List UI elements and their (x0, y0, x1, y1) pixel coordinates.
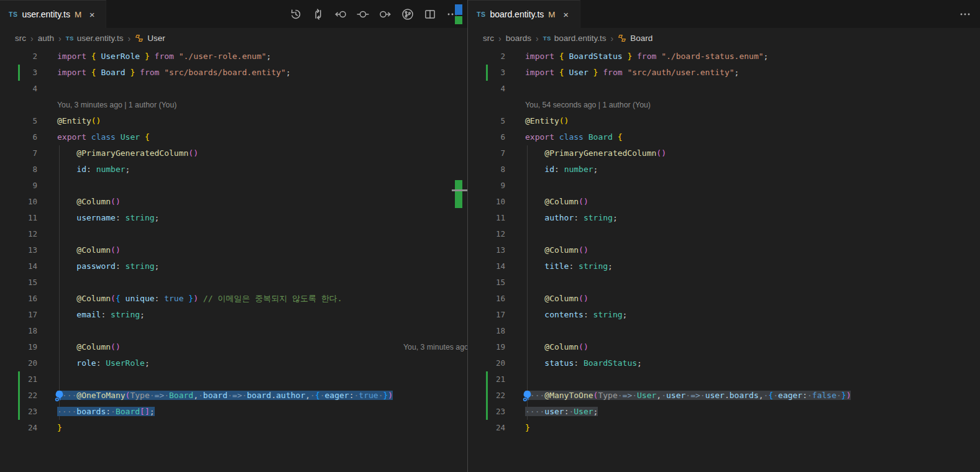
line-number[interactable]: 6 (468, 129, 505, 145)
open-changes-icon[interactable] (356, 7, 369, 20)
code-line[interactable]: @Column() (57, 245, 121, 255)
breadcrumb-item-board-entity-ts[interactable]: TSboard.entity.ts (543, 34, 607, 43)
code-row[interactable]: 10 @Column() (0, 194, 467, 210)
line-number[interactable]: 24 (468, 420, 505, 436)
code-line[interactable]: @Column() (525, 294, 588, 303)
code-row[interactable]: 13 @Column() (468, 242, 980, 258)
code-line[interactable]: @Column({ unique: true }) // 이메일은 중복되지 않… (57, 294, 342, 303)
code-line[interactable]: export class User { (57, 132, 150, 142)
line-number[interactable]: 9 (0, 178, 37, 194)
code-row[interactable]: 19 @Column() (468, 339, 980, 355)
code-row[interactable]: 9 (468, 178, 980, 194)
line-number[interactable]: 14 (468, 258, 505, 275)
code-line[interactable]: @Column() (57, 342, 121, 352)
code-line[interactable]: import { Board } from "src/boards/board.… (57, 68, 291, 77)
line-number[interactable]: 20 (468, 355, 505, 371)
code-line[interactable]: import { UserRole } from "./user-role.en… (57, 52, 271, 61)
line-number[interactable]: 16 (0, 291, 37, 307)
line-number[interactable]: 18 (0, 323, 37, 339)
lightbulb-code-action-icon[interactable] (521, 389, 534, 402)
code-row[interactable]: 24} (468, 420, 980, 436)
breadcrumb-item-boards[interactable]: boards (506, 34, 531, 43)
line-number[interactable]: 5 (0, 113, 37, 129)
close-tab-icon[interactable]: × (560, 8, 572, 20)
code-row[interactable]: 2import { UserRole } from "./user-role.e… (0, 48, 467, 65)
line-number[interactable]: 19 (468, 339, 505, 355)
breadcrumb-item-board[interactable]: Board (618, 34, 653, 43)
code-row[interactable]: 20 role: UserRole; (0, 355, 467, 371)
code-editor-board-entity[interactable]: 2import { BoardStatus } from "./board-st… (468, 48, 980, 472)
code-row[interactable]: 14 password: string; (0, 258, 467, 275)
code-row[interactable]: 3import { User } from "src/auth/user.ent… (468, 65, 980, 81)
line-number[interactable]: 14 (0, 258, 37, 275)
code-line-selected[interactable]: ····boards:·Board[]; (57, 407, 155, 416)
code-row[interactable]: 18 (0, 323, 467, 339)
line-number[interactable]: 7 (0, 145, 37, 161)
code-row[interactable]: 8 id: number; (468, 161, 980, 178)
code-line[interactable]: import { BoardStatus } from "./board-sta… (525, 52, 768, 61)
split-editor-icon[interactable] (423, 7, 436, 20)
code-line[interactable]: } (525, 423, 530, 432)
code-row[interactable]: 23····boards:·Board[]; (0, 404, 467, 420)
compare-changes-icon[interactable] (311, 7, 324, 20)
history-icon[interactable] (289, 7, 302, 20)
code-line[interactable]: export class Board { (525, 132, 623, 142)
line-number[interactable]: 7 (468, 145, 505, 161)
breadcrumb-item-src[interactable]: src (483, 34, 494, 43)
code-row[interactable]: 6export class Board { (468, 129, 980, 145)
code-row[interactable]: 23····user:·User; (468, 404, 980, 420)
code-row[interactable]: 11 username: string; (0, 210, 467, 226)
line-number[interactable]: 13 (0, 242, 37, 258)
code-editor-user-entity[interactable]: 2import { UserRole } from "./user-role.e… (0, 48, 467, 472)
line-number[interactable]: 6 (0, 129, 37, 145)
code-line[interactable]: role: UserRole; (57, 358, 150, 368)
git-branch-circle-icon[interactable] (401, 7, 414, 20)
code-line-selected[interactable]: ····@ManyToOne(Type·=>·User,·user·=>·use… (525, 391, 851, 400)
line-number[interactable]: 11 (0, 210, 37, 226)
code-line[interactable]: @Entity() (57, 116, 101, 125)
code-line[interactable]: @PrimaryGeneratedColumn() (57, 148, 198, 158)
close-tab-icon[interactable]: × (86, 8, 98, 20)
code-row[interactable]: 21 (468, 371, 980, 388)
code-row[interactable]: 6export class User { (0, 129, 467, 145)
line-number[interactable]: 18 (468, 323, 505, 339)
code-line[interactable]: @Entity() (525, 116, 569, 125)
breadcrumb-item-auth[interactable]: auth (38, 34, 54, 43)
code-row[interactable]: 22····@ManyToOne(Type·=>·User,·user·=>·u… (468, 388, 980, 404)
code-row[interactable]: 17 email: string; (0, 307, 467, 323)
line-number[interactable]: 15 (468, 275, 505, 291)
code-row[interactable]: 7 @PrimaryGeneratedColumn() (468, 145, 980, 161)
code-row[interactable]: 2import { BoardStatus } from "./board-st… (468, 48, 980, 65)
line-number[interactable]: 8 (0, 161, 37, 178)
previous-change-icon[interactable] (334, 7, 347, 20)
line-number[interactable]: 17 (0, 307, 37, 323)
code-line[interactable]: @PrimaryGeneratedColumn() (525, 148, 666, 158)
code-line[interactable]: author: string; (525, 213, 618, 222)
line-number[interactable]: 5 (468, 113, 505, 129)
code-row[interactable]: 20 status: BoardStatus; (468, 355, 980, 371)
code-line[interactable]: @Column() (525, 197, 588, 206)
code-row[interactable]: 13 @Column() (0, 242, 467, 258)
line-number[interactable]: 20 (0, 355, 37, 371)
line-number[interactable]: 10 (0, 194, 37, 210)
code-row[interactable]: 12 (468, 226, 980, 242)
code-row[interactable]: 19 @Column() (0, 339, 467, 355)
code-line[interactable]: @Column() (525, 245, 588, 255)
next-change-icon[interactable] (378, 7, 392, 20)
line-number[interactable]: 24 (0, 420, 37, 436)
code-line[interactable]: password: string; (57, 261, 159, 271)
breadcrumb-item-user-entity-ts[interactable]: TSuser.entity.ts (66, 34, 124, 43)
code-row[interactable]: 9 (0, 178, 467, 194)
line-number[interactable]: 9 (468, 178, 505, 194)
code-line[interactable]: username: string; (57, 213, 159, 222)
code-row[interactable]: 16 @Column() (468, 291, 980, 307)
code-row[interactable]: 24} (0, 420, 467, 436)
code-row[interactable]: 4 (468, 81, 980, 97)
line-number[interactable]: 13 (468, 242, 505, 258)
line-number[interactable]: 16 (468, 291, 505, 307)
code-line[interactable]: } (57, 423, 62, 432)
code-row[interactable]: 17 contents: string; (468, 307, 980, 323)
code-line-selected[interactable]: ····user:·User; (525, 407, 598, 416)
code-row[interactable]: 3import { Board } from "src/boards/board… (0, 65, 467, 81)
code-line[interactable]: id: number; (57, 165, 130, 174)
